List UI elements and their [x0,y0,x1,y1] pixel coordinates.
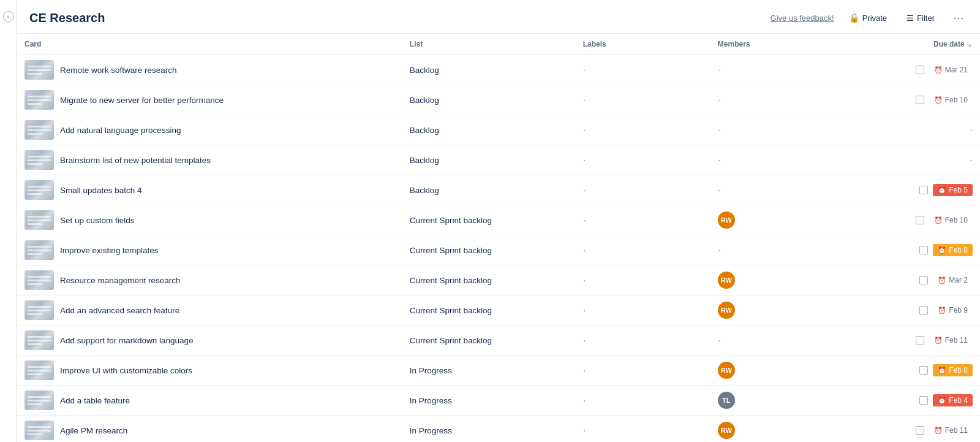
member-avatar[interactable]: RW [718,362,735,379]
card-name[interactable]: Improve UI with customizable colors [60,366,192,375]
card-thumbnail [24,421,54,440]
col-card[interactable]: Card [17,34,402,55]
members-cell: RW [710,356,845,386]
due-date-cell: · [845,145,980,175]
sidebar-toggle[interactable]: ‹ [0,0,17,442]
due-date-badge: ⏰ Feb 5 [933,184,973,196]
card-cell: Set up custom fields [17,205,402,235]
table-row[interactable]: Resource management research Current Spr… [17,265,980,295]
table-row[interactable]: Improve existing templates Current Sprin… [17,235,980,265]
card-name[interactable]: Add an advanced search feature [60,306,179,315]
table-row[interactable]: Brainstorm list of new potential templat… [17,145,980,175]
card-name[interactable]: Agile PM research [60,426,127,435]
col-due-date[interactable]: Due date ⌄ [845,34,980,55]
due-checkbox[interactable] [919,186,928,194]
table-row[interactable]: Migrate to new server for better perform… [17,85,980,115]
card-cell: Improve existing templates [17,235,402,265]
col-labels[interactable]: Labels [576,34,710,55]
member-avatar[interactable]: RW [718,211,735,229]
filter-label: Filter [917,13,935,23]
members-cell: · [710,326,845,356]
members-cell: RW [710,265,845,295]
due-dot: · [970,154,973,166]
due-checkbox[interactable] [916,66,924,74]
card-name[interactable]: Add natural language processing [60,126,181,135]
table-row[interactable]: Set up custom fields Current Sprint back… [17,205,980,235]
table-row[interactable]: Agile PM research In Progress·RW ⏰ Feb 1… [17,416,980,443]
clock-icon: ⏰ [938,397,946,405]
feedback-link[interactable]: Give us feedback! [771,13,834,23]
card-name[interactable]: Improve existing templates [60,246,159,255]
due-checkbox[interactable] [919,246,928,254]
due-date-cell: ⏰ Mar 21 [845,55,980,85]
list-name: Current Sprint backlog [410,216,492,225]
list-name: Current Sprint backlog [410,246,492,255]
table-row[interactable]: Add a table feature In Progress·TL ⏰ Feb… [17,386,980,416]
table-header-row: Card List Labels Members Due date [17,34,980,55]
table-row[interactable]: Remote work software research Backlog·· … [17,55,980,85]
members-cell: · [710,115,845,145]
due-date-text: Feb 4 [949,396,968,405]
due-checkbox[interactable] [916,426,924,435]
card-cell: Add an advanced search feature [17,295,402,326]
due-date-text: Feb 8 [949,366,968,375]
labels-cell: · [576,175,710,205]
table-row[interactable]: Add an advanced search feature Current S… [17,295,980,326]
private-button[interactable]: 🔒 Private [844,10,892,25]
card-thumbnail [24,120,54,140]
card-cell: Improve UI with customizable colors [17,356,402,386]
card-name[interactable]: Remote work software research [60,66,177,75]
clock-icon: ⏰ [938,367,946,375]
member-avatar[interactable]: RW [718,272,735,289]
col-list[interactable]: List [402,34,576,55]
list-cell: Current Sprint backlog [402,205,576,235]
more-options-button[interactable]: ⋯ [949,9,968,27]
due-date-badge: ⏰ Feb 11 [929,334,973,346]
card-cell: Remote work software research [17,55,402,85]
card-cell: Add natural language processing [17,115,402,145]
col-members[interactable]: Members [710,34,845,55]
header-actions: Give us feedback! 🔒 Private ☰ Filter ⋯ [771,9,968,27]
sort-chevron-icon: ⌄ [967,40,973,48]
card-name[interactable]: Resource management research [60,276,181,285]
card-cell: Add support for markdown language [17,326,402,356]
member-avatar[interactable]: TL [718,392,735,409]
member-avatar[interactable]: RW [718,422,735,439]
due-date-badge: ⏰ Mar 21 [929,64,973,76]
due-date-badge: ⏰ Feb 8 [933,244,973,256]
clock-icon: ⏰ [938,276,946,284]
label-dot: · [583,214,586,226]
due-date-cell: ⏰ Feb 4 [845,386,980,416]
list-cell: Backlog [402,55,576,85]
due-date-text: Feb 11 [945,336,968,345]
label-dot: · [583,154,586,166]
due-checkbox[interactable] [919,306,928,314]
list-name: In Progress [410,426,452,435]
due-checkbox[interactable] [919,276,928,284]
filter-button[interactable]: ☰ Filter [902,11,940,25]
member-avatar[interactable]: RW [718,302,735,319]
clock-icon: ⏰ [934,337,943,345]
label-dot: · [583,334,586,346]
card-name[interactable]: Small updates batch 4 [60,186,142,195]
due-checkbox[interactable] [919,396,928,405]
card-name[interactable]: Migrate to new server for better perform… [60,96,224,105]
table-row[interactable]: Improve UI with customizable colors In P… [17,356,980,386]
card-name[interactable]: Brainstorm list of new potential templat… [60,156,211,165]
member-dot: · [718,154,721,166]
due-date-badge: ⏰ Feb 11 [929,424,973,436]
due-checkbox[interactable] [916,96,924,104]
list-cell: In Progress [402,356,576,386]
labels-cell: · [576,205,710,235]
table-row[interactable]: Add support for markdown language Curren… [17,326,980,356]
due-checkbox[interactable] [916,336,924,345]
card-name[interactable]: Add a table feature [60,396,130,405]
due-checkbox[interactable] [919,366,928,375]
due-checkbox[interactable] [916,216,924,224]
table-row[interactable]: Small updates batch 4 Backlog·· ⏰ Feb 5 [17,175,980,205]
card-name[interactable]: Add support for markdown language [60,336,194,345]
card-thumbnail [24,90,54,110]
table-row[interactable]: Add natural language processing Backlog·… [17,115,980,145]
list-name: Backlog [410,96,439,105]
card-name[interactable]: Set up custom fields [60,216,135,225]
